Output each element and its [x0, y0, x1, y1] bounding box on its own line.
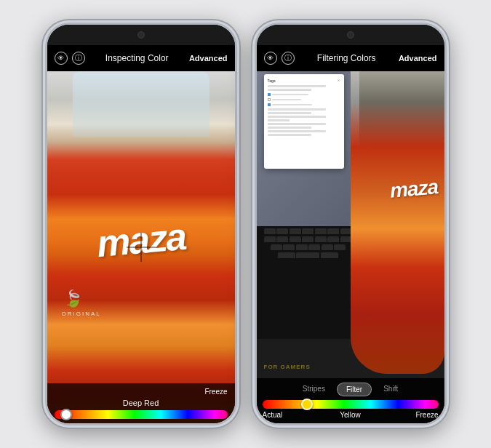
- camera-right: [347, 31, 354, 39]
- bottle-top: [73, 71, 209, 137]
- popup-title: Tags: [268, 79, 276, 83]
- eye-icon-left[interactable]: 👁: [55, 52, 68, 65]
- rainbow-slider-left[interactable]: [55, 410, 228, 419]
- eye-icon-right[interactable]: 👁: [264, 52, 277, 65]
- freeze-label-right[interactable]: Freeze: [380, 411, 439, 419]
- advanced-btn-right[interactable]: Advanced: [399, 54, 437, 63]
- original-text: ORIGINAL: [62, 311, 101, 317]
- color-name: Deep Red: [55, 399, 228, 407]
- rainbow-indicator-left: [60, 409, 72, 420]
- bottle-right-container: maza: [351, 71, 444, 374]
- mode-title-left: Inspecting Color: [105, 53, 169, 63]
- rainbow-slider-right[interactable]: [263, 400, 439, 409]
- camera-left: [137, 31, 145, 39]
- phone-right: 👁 ⓘ Filtering Colors Advanced Tags ×: [252, 20, 449, 428]
- asus-logo-area: FOR GAMERS: [264, 364, 311, 370]
- info-icon-right[interactable]: ⓘ: [282, 52, 295, 65]
- bottom-controls: Stripes Filter Shift Actual Yellow Freez…: [257, 378, 444, 423]
- mode-title-right: Filtering Colors: [317, 53, 376, 63]
- advanced-btn-left[interactable]: Advanced: [189, 54, 228, 63]
- tab-stripes[interactable]: Stripes: [294, 383, 334, 396]
- top-bar-right: 👁 ⓘ Filtering Colors Advanced: [257, 45, 444, 71]
- leaf-icon: 🍃: [63, 289, 83, 308]
- freeze-label-left[interactable]: Freeze: [55, 388, 228, 396]
- top-bar-icons-left: 👁 ⓘ: [55, 52, 85, 65]
- tab-filter[interactable]: Filter: [337, 383, 372, 396]
- keyboard-area: [257, 226, 360, 339]
- actual-label: Actual: [263, 411, 322, 419]
- popup-close[interactable]: ×: [337, 78, 340, 83]
- bottom-bar-left: Freeze Deep Red: [47, 383, 235, 423]
- bottle-right-bg: [351, 71, 444, 374]
- notch-left: [47, 25, 235, 45]
- rainbow-indicator-right: [301, 399, 313, 410]
- info-icon-left[interactable]: ⓘ: [72, 52, 85, 65]
- yellow-label: Yellow: [321, 411, 380, 419]
- tab-row: Stripes Filter Shift: [263, 383, 439, 396]
- brand-text-right: maza: [389, 175, 439, 203]
- popup-panel: Tags ×: [264, 74, 344, 169]
- phone-left: 👁 ⓘ Inspecting Color Advanced maza ORIGI…: [43, 20, 239, 428]
- screen-left: maza ORIGINAL 🍃 Freeze Deep Red: [47, 71, 235, 423]
- notch-right: [257, 25, 444, 45]
- bottom-labels: Actual Yellow Freeze: [263, 411, 439, 419]
- crosshair: [127, 233, 156, 262]
- phones-container: 👁 ⓘ Inspecting Color Advanced maza ORIGI…: [28, 6, 463, 442]
- monitor-area: Tags ×: [257, 71, 360, 226]
- tab-shift[interactable]: Shift: [375, 383, 407, 396]
- top-bar-icons-right: 👁 ⓘ: [264, 52, 295, 65]
- asus-logo-text: FOR GAMERS: [264, 364, 311, 370]
- screen-right: Tags ×: [257, 71, 444, 423]
- top-bar-left: 👁 ⓘ Inspecting Color Advanced: [47, 45, 235, 71]
- keyboard-rows: [257, 226, 360, 261]
